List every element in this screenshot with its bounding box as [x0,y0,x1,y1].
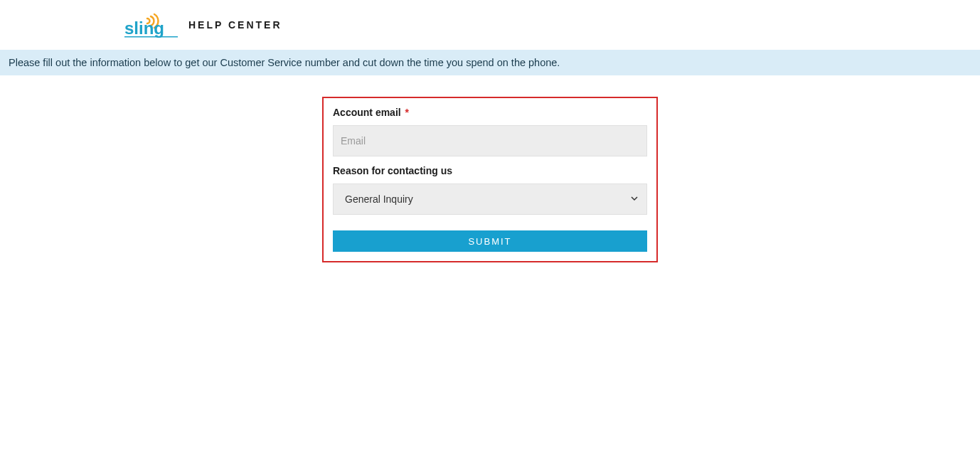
form-container: Account email * Reason for contacting us… [0,97,980,262]
banner-text: Please fill out the information below to… [9,57,560,68]
submit-button[interactable]: SUBMIT [333,230,647,252]
brand-logo[interactable]: sling HELP CENTER [124,10,282,40]
svg-rect-1 [124,36,178,38]
sling-logo-icon: sling [124,10,181,40]
reason-select[interactable]: General Inquiry [333,184,647,215]
reason-select-wrap: General Inquiry [333,184,647,215]
required-asterisk: * [405,107,409,118]
email-label: Account email * [333,107,647,118]
reason-label: Reason for contacting us [333,165,647,176]
svg-text:sling: sling [124,18,164,38]
email-field[interactable] [333,125,647,156]
contact-form: Account email * Reason for contacting us… [322,97,658,262]
email-label-text: Account email [333,107,401,118]
help-center-title: HELP CENTER [188,19,282,31]
page-header: sling HELP CENTER [0,0,980,50]
info-banner: Please fill out the information below to… [0,50,980,75]
